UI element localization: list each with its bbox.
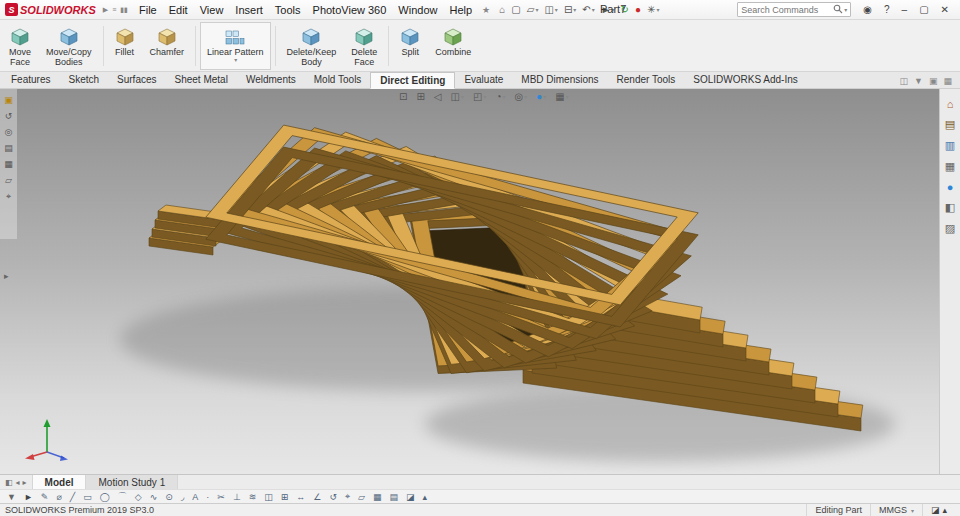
undo-icon[interactable]: ↶▾ — [579, 4, 597, 15]
spline-icon[interactable]: ∿ — [146, 492, 162, 502]
ribbon-tab-direct-editing[interactable]: Direct Editing — [370, 72, 455, 89]
menu-item-file[interactable]: File — [133, 3, 163, 17]
ribbon-tab-sketch[interactable]: Sketch — [59, 72, 108, 88]
restore-icon[interactable]: ▢ — [913, 4, 934, 15]
fillet-button[interactable]: Fillet — [108, 22, 142, 70]
display-style-icon[interactable]: ◔▾ — [492, 91, 508, 102]
point-icon[interactable]: · — [202, 492, 213, 502]
circle-icon[interactable]: ◯ — [96, 492, 114, 502]
ribbon-tab-solidworks-add-ins[interactable]: SOLIDWORKS Add-Ins — [684, 72, 806, 88]
ribbon-tab-weldments[interactable]: Weldments — [237, 72, 305, 88]
delete-face-button[interactable]: DeleteFace — [344, 22, 384, 70]
search-input[interactable] — [741, 5, 833, 15]
home-icon[interactable]: ⌂ — [496, 4, 508, 15]
save-icon[interactable]: ◫▾ — [541, 4, 560, 15]
smart-dimension-icon[interactable]: ⌀ — [52, 492, 65, 502]
convert-entities-icon[interactable]: ⊥ — [229, 492, 245, 502]
linear-pattern-icon[interactable]: ⊞ — [277, 492, 293, 502]
offset-entities-icon[interactable]: ≋ — [245, 492, 261, 502]
new-document-icon[interactable]: ▢ — [508, 4, 523, 15]
stoplight-icon[interactable]: ● — [632, 4, 644, 15]
status-tag-icon[interactable]: ◪ — [931, 505, 940, 515]
play-icon[interactable]: ▶ — [103, 6, 108, 14]
move-copy-bodies-button[interactable]: Move/CopyBodies — [39, 22, 99, 70]
search-box[interactable]: ▾ — [737, 2, 851, 17]
ribbon-tab-sheet-metal[interactable]: Sheet Metal — [166, 72, 237, 88]
zoom-area-icon[interactable]: ⊞ — [413, 91, 427, 102]
custom-properties-icon[interactable]: ▨ — [945, 222, 955, 235]
tab-scroll-right-icon[interactable]: ▸ — [23, 478, 27, 487]
ribbon-tab-mold-tools[interactable]: Mold Tools — [305, 72, 371, 88]
user-icon[interactable]: ◉ — [857, 4, 878, 15]
pause-icon[interactable]: ▮▮ — [120, 6, 128, 14]
model-tab-motion-study-1[interactable]: Motion Study 1 — [86, 475, 178, 489]
hide-show-items-icon[interactable]: ◎▾ — [511, 91, 530, 102]
mirror-entities-icon[interactable]: ◫ — [260, 492, 277, 502]
flyout-arrow-icon[interactable]: ▸ — [4, 271, 9, 281]
scene-icon[interactable]: ▦▾ — [552, 91, 571, 102]
appearances-pane-icon[interactable]: ● — [947, 181, 954, 193]
split-button[interactable]: Split — [393, 22, 427, 70]
sketch-icon[interactable]: ✎ — [37, 492, 53, 502]
menu-item-photoview-360[interactable]: PhotoView 360 — [307, 3, 393, 17]
menu-item-window[interactable]: Window — [392, 3, 443, 17]
move-face-button[interactable]: MoveFace — [2, 22, 38, 70]
help-icon[interactable]: ? — [878, 4, 896, 15]
move-entities-icon[interactable]: ↔ — [292, 492, 309, 502]
rectangle-icon[interactable]: ▭ — [79, 492, 96, 502]
minimize-icon[interactable]: – — [896, 4, 914, 15]
file-explorer-icon[interactable]: ▥ — [945, 139, 955, 152]
display-pane-icon[interactable]: ▣ — [929, 76, 938, 86]
ellipse-icon[interactable]: ⊙ — [161, 492, 177, 502]
units-icon[interactable]: ▴ — [419, 492, 432, 502]
menu-item-edit[interactable]: Edit — [163, 3, 194, 17]
print-icon[interactable]: ⊟▾ — [561, 4, 579, 15]
units-selector[interactable]: MMGS▾ — [870, 504, 922, 516]
section-view-icon[interactable]: ◫▾ — [447, 91, 466, 102]
ribbon-tab-mbd-dimensions[interactable]: MBD Dimensions — [512, 72, 607, 88]
arc-icon[interactable]: ⌒ — [114, 490, 131, 503]
appearances-icon[interactable]: ●▾ — [533, 91, 549, 102]
splitter-icon[interactable]: ◧ — [5, 478, 13, 487]
menu-pin-icon[interactable]: ★ — [482, 5, 490, 15]
previous-view-icon[interactable]: ◁ — [431, 91, 445, 102]
search-dropdown-icon[interactable]: ▾ — [844, 6, 847, 13]
ribbon-tab-evaluate[interactable]: Evaluate — [455, 72, 512, 88]
scenes-icon[interactable]: ◧ — [945, 201, 955, 214]
menu-item-view[interactable]: View — [194, 3, 230, 17]
zoom-fit-icon[interactable]: ⊡ — [396, 91, 410, 102]
annotations-icon[interactable]: ▤ — [4, 143, 13, 153]
chamfer-button[interactable]: Chamfer — [143, 22, 192, 70]
text-icon[interactable]: A — [188, 492, 202, 502]
ribbon-pin-icon[interactable]: ▼ — [914, 76, 923, 86]
linear-pattern-button[interactable]: Linear Pattern ▾ — [200, 22, 271, 70]
instant2d-icon[interactable]: ▤ — [386, 492, 403, 502]
plane-icon[interactable]: ▱ — [5, 175, 12, 185]
sketch-fillet-icon[interactable]: ◞ — [177, 492, 189, 502]
ribbon-tab-features[interactable]: Features — [2, 72, 59, 88]
tab-scroll-left-icon[interactable]: ◂ — [16, 478, 20, 487]
material-icon[interactable]: ▦ — [4, 159, 13, 169]
design-library-icon[interactable]: ▤ — [945, 118, 955, 131]
ribbon-help-icon[interactable]: ▦ — [943, 76, 952, 86]
resources-home-icon[interactable]: ⌂ — [947, 98, 954, 110]
view-orientation-icon[interactable]: ◰▾ — [470, 91, 489, 102]
combine-button[interactable]: Combine — [428, 22, 478, 70]
menu-item-insert[interactable]: Insert — [229, 3, 269, 17]
trim-entities-icon[interactable]: ✂ — [213, 492, 229, 502]
options-icon[interactable]: ✳▾ — [644, 4, 662, 15]
repair-sketch-icon[interactable]: ↺ — [325, 492, 341, 502]
close-icon[interactable]: ✕ — [935, 4, 955, 15]
list-icon[interactable]: ≡ — [112, 6, 116, 13]
plane-icon[interactable]: ▱ — [354, 492, 369, 502]
status-expand-icon[interactable]: ▴ — [942, 505, 947, 515]
menu-item-help[interactable]: Help — [443, 3, 478, 17]
delete-keep-body-button[interactable]: Delete/KeepBody — [280, 22, 344, 70]
selection-filter-icon[interactable]: ▼ — [3, 492, 20, 502]
sensors-icon[interactable]: ◎ — [5, 127, 13, 137]
polygon-icon[interactable]: ◇ — [131, 492, 146, 502]
ribbon-tab-render-tools[interactable]: Render Tools — [608, 72, 685, 88]
select-arrow-icon[interactable]: ► — [20, 492, 37, 502]
rapid-sketch-icon[interactable]: ⌖ — [341, 491, 354, 502]
model-tab-model[interactable]: Model — [33, 475, 87, 489]
